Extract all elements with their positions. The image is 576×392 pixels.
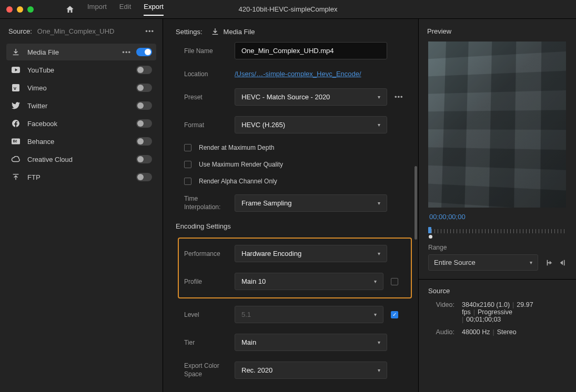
tab-edit[interactable]: Edit (119, 3, 131, 16)
location-link[interactable]: /Users/…-simple-complex_Hevc_Encode/ (235, 70, 361, 78)
profile-lock-checkbox[interactable] (391, 278, 398, 285)
destination-vimeo[interactable]: v Vimeo (6, 79, 156, 96)
chevron-down-icon: ▾ (378, 94, 380, 100)
preview-panel: Preview 00;00;00;00 Range Entire Source … (418, 19, 576, 392)
timeline-marker (429, 235, 432, 239)
destination-toggle[interactable] (136, 119, 152, 128)
preset-select[interactable]: HEVC - Match Source - 2020 ▾ (235, 88, 387, 106)
destination-toggle[interactable] (136, 155, 152, 163)
tier-value: Main (241, 338, 256, 346)
source-row: Source: One_Min_Complex_UHD ••• (0, 19, 163, 42)
destination-twitter[interactable]: Twitter (6, 97, 156, 114)
window-title: 420-10bit-HEVC-simpleComplex (239, 5, 338, 13)
destination-behance[interactable]: Bē Behance (6, 133, 156, 150)
preset-more-button[interactable]: ••• (395, 93, 403, 101)
highlight-box: Performance Hardware Encoding ▾ Profile … (178, 238, 412, 298)
profile-select[interactable]: Main 10 ▾ (235, 273, 383, 290)
chevron-down-icon: ▾ (378, 122, 380, 128)
source-info-title: Source (428, 287, 567, 295)
color-space-label: Export Color Space (184, 362, 235, 378)
settings-chip-label: Media File (224, 28, 255, 36)
destination-creative-cloud[interactable]: Creative Cloud (6, 151, 156, 168)
destination-facebook[interactable]: Facebook (6, 115, 156, 132)
range-value: Entire Source (434, 259, 476, 266)
destination-label: Twitter (27, 102, 136, 110)
format-value: HEVC (H.265) (241, 121, 285, 129)
performance-value: Hardware Encoding (241, 250, 301, 257)
destination-toggle[interactable] (136, 101, 152, 110)
creative-cloud-icon (11, 156, 21, 162)
profile-value: Main 10 (241, 277, 266, 285)
use-max-quality-label: Use Maximum Render Quality (199, 161, 283, 168)
destination-toggle[interactable] (136, 66, 152, 74)
preview-thumbnail (428, 42, 566, 208)
format-select[interactable]: HEVC (H.265) ▾ (235, 116, 387, 133)
destination-toggle[interactable] (136, 137, 152, 146)
use-max-quality-checkbox[interactable] (184, 161, 191, 168)
video-meta-value: 3840x2160 (1.0)|29.97 fps|Progressive|00… (462, 301, 567, 323)
render-alpha-checkbox[interactable] (184, 178, 191, 185)
preview-timeline[interactable] (428, 227, 567, 236)
destination-media-file[interactable]: Media File ••• (6, 44, 156, 60)
youtube-icon (11, 67, 21, 73)
chevron-down-icon: ▾ (378, 367, 380, 373)
render-max-depth-checkbox[interactable] (184, 144, 191, 151)
source-name: One_Min_Complex_UHD (37, 27, 146, 35)
settings-label: Settings: (176, 28, 203, 36)
mark-in-button[interactable] (545, 259, 553, 266)
playhead[interactable] (428, 227, 431, 233)
chevron-down-icon: ▾ (378, 339, 380, 345)
destination-label: Media File (27, 48, 122, 56)
tier-label: Tier (184, 339, 235, 346)
color-space-select[interactable]: Rec. 2020 ▾ (235, 362, 387, 379)
destination-label: Behance (27, 138, 136, 146)
tab-import[interactable]: Import (87, 3, 107, 16)
sidebar: Source: One_Min_Complex_UHD ••• Media Fi… (0, 19, 163, 392)
destination-toggle[interactable] (136, 84, 152, 92)
svg-text:v: v (14, 85, 17, 91)
color-space-value: Rec. 2020 (241, 366, 272, 374)
chevron-down-icon: ▾ (374, 278, 377, 284)
maximize-window-button[interactable] (27, 6, 34, 13)
twitter-icon (11, 102, 21, 109)
time-interpolation-value: Frame Sampling (241, 199, 291, 207)
chevron-down-icon: ▾ (374, 312, 377, 317)
source-more-button[interactable]: ••• (145, 27, 154, 35)
source-label: Source: (8, 27, 32, 35)
home-icon (65, 5, 75, 14)
mark-out-button[interactable] (559, 259, 567, 266)
encoding-settings-title: Encoding Settings (176, 222, 406, 230)
range-select[interactable]: Entire Source ▾ (428, 254, 538, 271)
performance-label: Performance (184, 250, 235, 257)
top-bar: Import Edit Export 420-10bit-HEVC-simple… (0, 0, 576, 19)
audio-meta-value: 48000 Hz|Stereo (462, 328, 567, 336)
close-window-button[interactable] (6, 6, 13, 13)
destination-toggle[interactable] (136, 173, 152, 181)
location-label: Location (184, 70, 235, 78)
file-name-input[interactable] (235, 42, 387, 59)
destination-ftp[interactable]: FTP (6, 169, 156, 185)
level-label: Level (184, 311, 235, 318)
audio-meta-label: Audio: (428, 328, 454, 336)
home-button[interactable] (65, 5, 75, 14)
range-label: Range (428, 244, 567, 251)
preset-value: HEVC - Match Source - 2020 (241, 93, 330, 101)
destination-label: FTP (27, 173, 136, 181)
destination-more-button[interactable]: ••• (122, 48, 131, 56)
minimize-window-button[interactable] (17, 6, 23, 13)
tier-select[interactable]: Main ▾ (235, 334, 387, 351)
source-info: Source Video: 3840x2160 (1.0)|29.97 fps|… (419, 280, 576, 348)
level-lock-checkbox[interactable] (391, 311, 398, 318)
destination-youtube[interactable]: YouTube (6, 61, 156, 78)
upload-icon (11, 173, 21, 181)
tab-export[interactable]: Export (144, 3, 164, 16)
time-interpolation-select[interactable]: Frame Sampling ▾ (235, 194, 387, 212)
scrollbar[interactable] (415, 166, 417, 240)
chevron-down-icon: ▾ (378, 200, 380, 206)
settings-header: Settings: Media File (163, 19, 418, 42)
settings-destination-chip: Media File (211, 27, 255, 36)
timeline-ticks (428, 229, 567, 233)
performance-select[interactable]: Hardware Encoding ▾ (235, 245, 387, 262)
download-icon (11, 48, 21, 56)
destination-toggle[interactable] (136, 48, 152, 56)
